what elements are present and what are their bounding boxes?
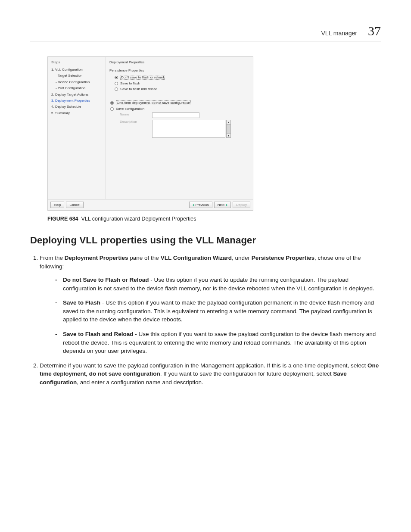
description-scrollbar[interactable]: ▲ ▼ bbox=[226, 120, 231, 138]
option-item: Save to Flash - Use this option if you w… bbox=[55, 299, 381, 324]
step-item[interactable]: - Port Configuration bbox=[51, 85, 103, 91]
step-item[interactable]: 3. Deployment Properties bbox=[51, 98, 103, 104]
step-item[interactable]: 1. VLL Configuration bbox=[51, 67, 103, 73]
persistence-radio[interactable]: Save to flash and reload bbox=[109, 87, 251, 91]
figure-number: FIGURE 684 bbox=[47, 216, 78, 222]
scroll-up-icon[interactable]: ▲ bbox=[226, 120, 231, 124]
radio-icon bbox=[110, 107, 114, 111]
persistence-radio[interactable]: Don't save to flash or reload bbox=[109, 75, 251, 80]
chevron-right-icon bbox=[226, 204, 227, 206]
instruction-list: From the Deployment Properties pane of t… bbox=[30, 254, 381, 386]
radio-icon bbox=[115, 87, 118, 91]
save-config-radio[interactable]: Save configuration bbox=[105, 107, 251, 111]
radio-icon bbox=[115, 82, 118, 85]
cancel-button[interactable]: Cancel bbox=[66, 202, 84, 208]
option-item: Save to Flash and Reload - Use this opti… bbox=[55, 330, 381, 355]
radio-label: Save configuration bbox=[116, 107, 144, 111]
step-item[interactable]: 4. Deploy Schedule bbox=[51, 104, 103, 110]
wizard-footer: Help Cancel Previous Next Deploy bbox=[48, 199, 253, 210]
description-textarea[interactable] bbox=[152, 120, 225, 138]
save-config-radio[interactable]: One-time deployment, do not save configu… bbox=[105, 100, 251, 105]
steps-panel: Steps 1. VLL Configuration- Target Selec… bbox=[48, 57, 106, 199]
steps-title: Steps bbox=[51, 60, 103, 64]
steps-list: 1. VLL Configuration- Target Selection- … bbox=[51, 67, 103, 116]
radio-label: Save to flash and reload bbox=[120, 87, 157, 91]
previous-button[interactable]: Previous bbox=[189, 202, 212, 208]
wizard-dialog: Steps 1. VLL Configuration- Target Selec… bbox=[47, 56, 253, 211]
persistence-radio[interactable]: Save to flash bbox=[109, 81, 251, 85]
panel-title: Deployment Properties bbox=[109, 60, 251, 64]
name-input[interactable] bbox=[152, 112, 199, 118]
section-heading: Deploying VLL properties using the VLL M… bbox=[30, 235, 381, 246]
step-item[interactable]: 2. Deploy Target Actions bbox=[51, 92, 103, 98]
radio-icon bbox=[115, 76, 118, 79]
list-item: Determine if you want to save the payloa… bbox=[40, 361, 381, 387]
header-title: VLL manager bbox=[321, 30, 357, 37]
deploy-button: Deploy bbox=[233, 202, 250, 208]
figure-caption-text: VLL configuration wizard Deployment Prop… bbox=[81, 216, 196, 222]
step-item[interactable]: - Target Selection bbox=[51, 73, 103, 79]
radio-label: One-time deployment, do not save configu… bbox=[116, 100, 191, 105]
chapter-number: 37 bbox=[368, 24, 381, 38]
chevron-left-icon bbox=[193, 204, 194, 206]
figure-caption: FIGURE 684 VLL configuration wizard Depl… bbox=[47, 216, 381, 222]
description-label: Description bbox=[120, 120, 143, 124]
persistence-properties-title: Persistence Properties bbox=[109, 68, 251, 72]
list-item: From the Deployment Properties pane of t… bbox=[40, 254, 381, 355]
deployment-properties-panel: Deployment Properties Persistence Proper… bbox=[106, 57, 253, 199]
radio-label: Save to flash bbox=[120, 81, 140, 85]
next-button[interactable]: Next bbox=[214, 202, 231, 208]
name-label: Name bbox=[120, 112, 143, 116]
radio-icon bbox=[110, 101, 114, 105]
page-header: VLL manager 37 bbox=[30, 24, 381, 41]
scroll-down-icon[interactable]: ▼ bbox=[226, 133, 231, 138]
figure-wrapper: Steps 1. VLL Configuration- Target Selec… bbox=[47, 56, 381, 211]
option-item: Do not Save to Flash or Reload - Use thi… bbox=[55, 276, 381, 292]
step-item[interactable]: 5. Summary bbox=[51, 110, 103, 116]
step-item[interactable]: - Device Configuration bbox=[51, 79, 103, 85]
option-list: Do not Save to Flash or Reload - Use thi… bbox=[40, 276, 381, 355]
help-button[interactable]: Help bbox=[50, 202, 64, 208]
radio-label: Don't save to flash or reload bbox=[120, 75, 165, 80]
